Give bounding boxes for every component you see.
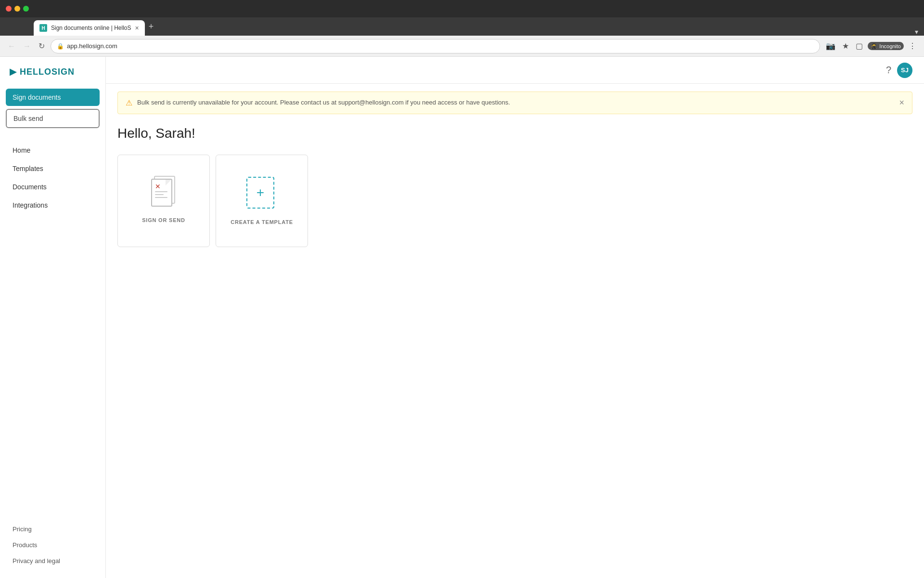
close-window-button[interactable]: [6, 6, 12, 12]
sidebar-item-home[interactable]: Home: [6, 142, 100, 159]
sidebar: ▶ HELLOSIGN Sign documents Bulk send Hom…: [0, 57, 106, 578]
new-tab-button[interactable]: +: [145, 22, 158, 32]
avatar[interactable]: SJ: [897, 63, 912, 78]
sidebar-logo: ▶ HELLOSIGN: [0, 57, 105, 85]
maximize-window-button[interactable]: [23, 6, 29, 12]
home-link-label: Home: [13, 146, 30, 154]
active-browser-tab[interactable]: H Sign documents online | HelloS ×: [34, 20, 145, 36]
tab-bar-end: ▾: [915, 28, 924, 36]
sign-or-send-card[interactable]: ✕ SIGN OR SEND: [117, 155, 210, 247]
sidebar-nav-buttons: Sign documents Bulk send: [0, 85, 105, 132]
doc-front: ✕: [151, 179, 172, 207]
notification-banner: ⚠ Bulk send is currently unavailable for…: [117, 92, 912, 114]
sign-documents-button[interactable]: Sign documents: [6, 89, 100, 106]
doc-line-1: [155, 191, 167, 192]
tab-favicon: H: [39, 24, 47, 32]
products-label: Products: [13, 541, 37, 549]
doc-fold: [166, 180, 171, 185]
tab-close-button[interactable]: ×: [135, 24, 139, 32]
sidebar-item-templates[interactable]: Templates: [6, 160, 100, 177]
browser-titlebar: [0, 0, 924, 17]
bookmark-icon[interactable]: ★: [840, 39, 851, 53]
sidebar-nav-links: Home Templates Documents Integrations: [0, 132, 105, 223]
reload-button[interactable]: ↻: [37, 39, 47, 53]
incognito-label: Incognito: [879, 43, 901, 49]
address-bar[interactable]: 🔒 app.hellosign.com: [51, 39, 820, 53]
template-dashed-box: +: [246, 177, 274, 209]
sidebar-item-documents[interactable]: Documents: [6, 178, 100, 196]
templates-link-label: Templates: [13, 165, 43, 172]
doc-line-3: [155, 197, 167, 198]
page-content: Hello, Sarah! ✕ SI: [106, 114, 924, 578]
warning-icon: ⚠: [126, 98, 132, 107]
sidebar-footer-products[interactable]: Products: [6, 538, 100, 552]
sidebar-item-integrations[interactable]: Integrations: [6, 197, 100, 214]
browser-toolbar: ← → ↻ 🔒 app.hellosign.com 📷 ★ ▢ 🥷 Incogn…: [0, 36, 924, 57]
camera-off-icon[interactable]: 📷: [824, 39, 837, 53]
action-cards: ✕ SIGN OR SEND + CREA: [117, 155, 912, 247]
browser-layout-icon[interactable]: ▢: [854, 39, 865, 53]
help-button[interactable]: ?: [886, 65, 891, 76]
bulk-send-button[interactable]: Bulk send: [6, 109, 100, 128]
sidebar-footer-pricing[interactable]: Pricing: [6, 522, 100, 537]
integrations-link-label: Integrations: [13, 201, 48, 209]
header-right: ? SJ: [886, 63, 912, 78]
doc-line-2: [155, 194, 164, 195]
browser-menu-button[interactable]: ⋮: [907, 39, 918, 53]
tabs-menu-button[interactable]: ▾: [915, 28, 918, 36]
back-button: ←: [6, 40, 17, 53]
sign-or-send-icon: ✕: [151, 179, 176, 210]
incognito-badge: 🥷 Incognito: [868, 42, 904, 50]
main-content: ? SJ ⚠ Bulk send is currently unavailabl…: [106, 57, 924, 578]
pricing-label: Pricing: [13, 525, 32, 533]
privacy-label: Privacy and legal: [13, 557, 60, 565]
sidebar-footer-privacy[interactable]: Privacy and legal: [6, 553, 100, 568]
plus-icon: +: [257, 185, 264, 200]
browser-tab-bar: H Sign documents online | HelloS × + ▾: [0, 17, 924, 36]
logo-text: HELLOSIGN: [20, 67, 75, 77]
forward-button: →: [21, 40, 33, 53]
sign-or-send-label: SIGN OR SEND: [142, 217, 185, 223]
banner-message: Bulk send is currently unavailable for y…: [137, 98, 894, 107]
traffic-lights: [6, 6, 29, 12]
address-text: app.hellosign.com: [67, 42, 814, 50]
minimize-window-button[interactable]: [14, 6, 20, 12]
browser-window: H Sign documents online | HelloS × + ▾ ←…: [0, 0, 924, 57]
ssl-lock-icon: 🔒: [57, 43, 64, 50]
app-header: ? SJ: [106, 57, 924, 84]
documents-link-label: Documents: [13, 183, 47, 191]
create-template-card[interactable]: + CREATE A TEMPLATE: [216, 155, 308, 247]
app-container: ▶ HELLOSIGN Sign documents Bulk send Hom…: [0, 57, 924, 578]
hellosign-brand: ▶ HELLOSIGN: [10, 66, 75, 77]
logo-icon: ▶: [10, 66, 17, 77]
page-greeting: Hello, Sarah!: [117, 126, 912, 141]
create-template-icon: +: [246, 177, 277, 211]
banner-close-button[interactable]: ×: [899, 98, 904, 108]
browser-toolbar-actions: 📷 ★ ▢ 🥷 Incognito ⋮: [824, 39, 918, 53]
sidebar-footer: Pricing Products Privacy and legal: [0, 512, 105, 578]
tab-title: Sign documents online | HelloS: [51, 25, 131, 31]
create-template-label: CREATE A TEMPLATE: [231, 219, 293, 225]
incognito-icon: 🥷: [871, 43, 877, 49]
